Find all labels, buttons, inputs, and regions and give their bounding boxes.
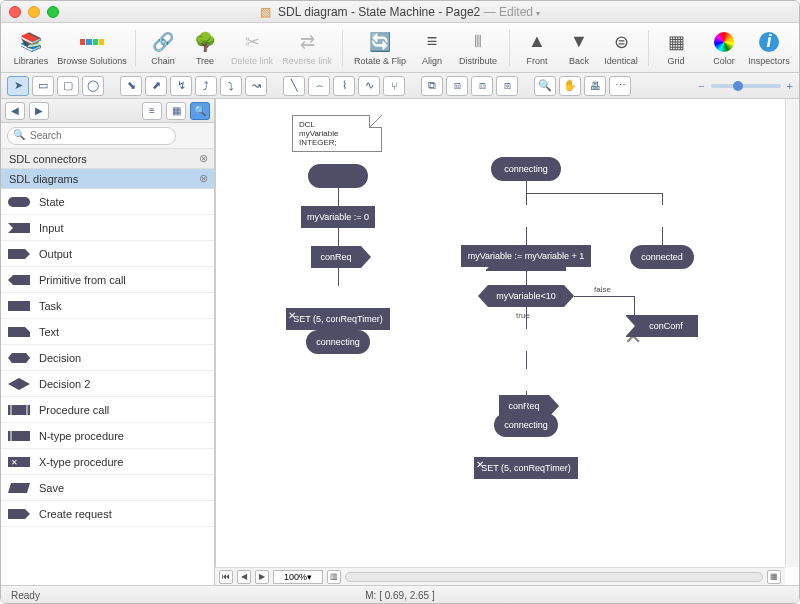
pointer-tool[interactable]: ➤ <box>7 76 29 96</box>
task-icon <box>7 298 31 314</box>
shape-decision[interactable]: Decision <box>1 345 214 371</box>
grid-button[interactable]: ▦Grid <box>657 25 695 71</box>
shape-output[interactable]: Output <box>1 241 214 267</box>
shape-save[interactable]: Save <box>1 475 214 501</box>
sdl-input-conconf[interactable]: conConf <box>626 315 698 337</box>
delete-link-button[interactable]: ✂Delete link <box>228 25 276 71</box>
tree-button[interactable]: 🌳Tree <box>186 25 224 71</box>
sdl-state-connecting-bot[interactable]: connecting <box>494 413 558 437</box>
sdl-state-connecting[interactable]: connecting <box>306 330 370 354</box>
shape-procedure[interactable]: Procedure call <box>1 397 214 423</box>
distribute-button[interactable]: ⫴Distribute <box>455 25 501 71</box>
document-title: SDL diagram - State Machine - Page2 <box>278 5 480 19</box>
shape-primitive[interactable]: Primitive from call <box>1 267 214 293</box>
horizontal-scrollbar[interactable] <box>345 572 763 582</box>
reverse-link-button[interactable]: ⇄Reverse link <box>280 25 334 71</box>
sidebar-list-view[interactable]: ≡ <box>142 102 162 120</box>
spline-tool[interactable]: ∿ <box>358 76 380 96</box>
group-tool-4[interactable]: ⧆ <box>496 76 518 96</box>
info-icon: i <box>757 30 781 54</box>
align-button[interactable]: ≡Align <box>413 25 451 71</box>
polyline-tool[interactable]: ⌇ <box>333 76 355 96</box>
connector-tool-2[interactable]: ⬈ <box>145 76 167 96</box>
pan-tool[interactable]: ✋ <box>559 76 581 96</box>
sdl-state-connected[interactable]: connected <box>630 245 694 269</box>
search-input[interactable] <box>7 127 176 145</box>
front-button[interactable]: ▲Front <box>518 25 556 71</box>
group-tool-1[interactable]: ⧉ <box>421 76 443 96</box>
page-add-button[interactable]: ▦ <box>767 570 781 584</box>
sdl-decision[interactable]: myVariable<10 <box>478 285 574 307</box>
sidebar-back-button[interactable]: ◀ <box>5 102 25 120</box>
connector-tool-6[interactable]: ↝ <box>245 76 267 96</box>
shape-input[interactable]: Input <box>1 215 214 241</box>
state-icon <box>7 194 31 210</box>
rect-tool[interactable]: ▭ <box>32 76 54 96</box>
shape-state[interactable]: State <box>1 189 214 215</box>
extra-tool[interactable]: ⋯ <box>609 76 631 96</box>
window-title: ▧ SDL diagram - State Machine - Page2 — … <box>1 5 799 19</box>
browse-icon <box>80 30 104 54</box>
sdl-start[interactable] <box>308 164 368 188</box>
pages-button[interactable]: ▥ <box>327 570 341 584</box>
window-titlebar: ▧ SDL diagram - State Machine - Page2 — … <box>1 1 799 23</box>
shape-task[interactable]: Task <box>1 293 214 319</box>
branch-tool[interactable]: ⑂ <box>383 76 405 96</box>
canvas-footer-bar: ⏮ ◀ ▶ 100% ▾ ▥ ▦ <box>215 567 785 585</box>
browse-solutions-button[interactable]: Browse Solutions <box>57 25 127 71</box>
sdl-task-assign[interactable]: myVariable := 0 <box>301 206 375 228</box>
sidebar-forward-button[interactable]: ▶ <box>29 102 49 120</box>
inspectors-button[interactable]: iInspectors <box>747 25 791 71</box>
page-prev-button[interactable]: ◀ <box>237 570 251 584</box>
connector-tool-5[interactable]: ⤵ <box>220 76 242 96</box>
sdl-state-connecting-top[interactable]: connecting <box>491 157 561 181</box>
print-tool[interactable]: 🖶 <box>584 76 606 96</box>
color-button[interactable]: Color <box>705 25 743 71</box>
save-icon <box>7 480 31 496</box>
zoom-slider[interactable] <box>711 84 781 88</box>
group-tool-2[interactable]: ⧇ <box>446 76 468 96</box>
shape-decision2[interactable]: Decision 2 <box>1 371 214 397</box>
rotate-flip-button[interactable]: 🔄Rotate & Flip <box>351 25 409 71</box>
connector-tool-1[interactable]: ⬊ <box>120 76 142 96</box>
sdl-task-inc[interactable]: myVariable := myVariable + 1 <box>461 245 591 267</box>
connector-tool-3[interactable]: ↯ <box>170 76 192 96</box>
category-sdl-diagrams[interactable]: SDL diagrams ⊗ <box>1 169 214 189</box>
zoom-tool[interactable]: 🔍 <box>534 76 556 96</box>
sidebar-grid-view[interactable]: ▦ <box>166 102 186 120</box>
main-toolbar: 📚Libraries Browse Solutions 🔗Chain 🌳Tree… <box>1 23 799 73</box>
sidebar-search-row <box>1 123 214 149</box>
libraries-button[interactable]: 📚Libraries <box>9 25 53 71</box>
group-tool-3[interactable]: ⧈ <box>471 76 493 96</box>
shape-create-request[interactable]: Create request <box>1 501 214 527</box>
canvas[interactable]: DCL myVariable INTEGER; myVariable := 0 … <box>215 99 799 585</box>
identical-button[interactable]: ⊜Identical <box>602 25 640 71</box>
arc-tool[interactable]: ⌢ <box>308 76 330 96</box>
shape-list[interactable]: State Input Output Primitive from call T… <box>1 189 214 585</box>
sdl-procedure-set2[interactable]: ✕SET (5, conReqTimer) <box>474 457 578 479</box>
chain-button[interactable]: 🔗Chain <box>144 25 182 71</box>
category-sdl-connectors[interactable]: SDL connectors ⊗ <box>1 149 214 169</box>
shape-ntype[interactable]: N-type procedure <box>1 423 214 449</box>
page-next-button[interactable]: ▶ <box>255 570 269 584</box>
close-icon[interactable]: ⊗ <box>199 172 208 185</box>
text-icon <box>7 324 31 340</box>
page-first-button[interactable]: ⏮ <box>219 570 233 584</box>
tools-toolbar: ➤ ▭ ▢ ◯ ⬊ ⬈ ↯ ⤴ ⤵ ↝ ╲ ⌢ ⌇ ∿ ⑂ ⧉ ⧇ ⧈ ⧆ 🔍 … <box>1 73 799 99</box>
connector-tool-4[interactable]: ⤴ <box>195 76 217 96</box>
ellipse-tool[interactable]: ◯ <box>82 76 104 96</box>
sdl-output-conreq[interactable]: conReq <box>311 246 361 268</box>
primitive-icon <box>7 272 31 288</box>
zoom-in-icon[interactable]: + <box>787 80 793 92</box>
shape-xtype[interactable]: ✕X-type procedure <box>1 449 214 475</box>
close-icon[interactable]: ⊗ <box>199 152 208 165</box>
sdl-note[interactable]: DCL myVariable INTEGER; <box>292 115 382 152</box>
zoom-select[interactable]: 100% ▾ <box>273 570 323 584</box>
line-tool[interactable]: ╲ <box>283 76 305 96</box>
sidebar-search-toggle[interactable]: 🔍 <box>190 102 210 120</box>
back-button[interactable]: ▼Back <box>560 25 598 71</box>
zoom-out-icon[interactable]: − <box>698 80 704 92</box>
rounded-rect-tool[interactable]: ▢ <box>57 76 79 96</box>
shape-text[interactable]: Text <box>1 319 214 345</box>
vertical-scrollbar[interactable] <box>785 99 799 567</box>
